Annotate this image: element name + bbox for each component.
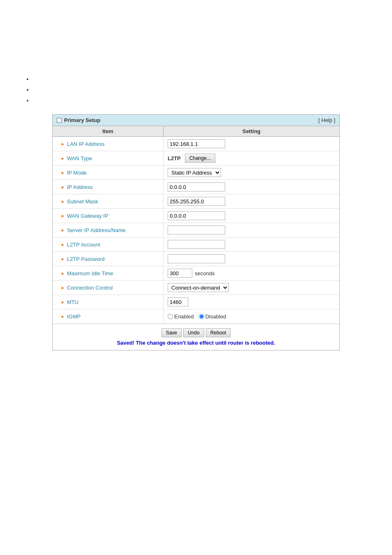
panel-title-text: Primary Setup	[64, 117, 100, 123]
save-button[interactable]: Save	[161, 328, 182, 337]
input-max-idle[interactable]	[168, 269, 192, 278]
label-wan-gateway: ► WAN Gateway IP	[53, 209, 164, 223]
panel-header: Primary Setup [ Help ]	[53, 115, 339, 126]
igmp-disabled-label[interactable]: Disabled	[199, 313, 226, 320]
igmp-disabled-radio[interactable]	[199, 314, 204, 319]
arrow-ip-mode: ►	[61, 170, 65, 175]
label-mtu-text: MTU	[67, 299, 78, 305]
label-igmp: ► IGMP	[53, 309, 164, 323]
panel-icon	[57, 118, 62, 123]
footer: Save Undo Reboot Saved! The change doesn…	[53, 324, 339, 350]
undo-button[interactable]: Undo	[183, 328, 204, 337]
arrow-max-idle: ►	[61, 271, 65, 276]
value-server-ip	[164, 223, 339, 237]
row-wan-gateway: ► WAN Gateway IP	[53, 209, 339, 223]
label-l2tp-password-text: L2TP Password	[67, 256, 105, 262]
arrow-connection-control: ►	[61, 286, 65, 290]
label-server-ip: ► Server IP Address/Name	[53, 223, 164, 237]
value-wan-type: L2TP Change...	[164, 152, 339, 165]
arrow-subnet-mask: ►	[61, 199, 65, 204]
row-l2tp-password: ► L2TP Password	[53, 252, 339, 266]
label-subnet-mask: ► Subnet Mask	[53, 194, 164, 208]
row-wan-type: ► WAN Type L2TP Change...	[53, 151, 339, 166]
igmp-enabled-radio[interactable]	[168, 314, 173, 319]
label-lan-ip-text: LAN IP Address	[67, 141, 105, 147]
row-igmp: ► IGMP Enabled Disabled	[53, 309, 339, 324]
input-mtu[interactable]	[168, 297, 188, 306]
arrow-l2tp-account: ►	[61, 242, 65, 247]
label-wan-gateway-text: WAN Gateway IP	[67, 213, 108, 219]
row-l2tp-account: ► L2TP Account	[53, 237, 339, 252]
saved-message: Saved! The change doesn't take effect un…	[57, 340, 335, 346]
row-mtu: ► MTU	[53, 295, 339, 309]
label-l2tp-password: ► L2TP Password	[53, 252, 164, 266]
label-connection-control: ► Connection Control	[53, 281, 164, 295]
col-header-item: Item	[53, 126, 164, 136]
footer-buttons: Save Undo Reboot	[57, 328, 335, 337]
igmp-radio-group: Enabled Disabled	[168, 313, 226, 320]
col-header-setting: Setting	[164, 126, 339, 136]
value-connection-control: Connect-on-demand Keep-Alive Manual	[164, 281, 339, 294]
arrow-wan-type: ►	[61, 156, 65, 161]
select-ip-mode[interactable]: Static IP Address DHCP PPPoE	[168, 168, 221, 177]
label-l2tp-account-text: L2TP Account	[67, 242, 100, 248]
bullet-item-3	[33, 95, 384, 106]
value-subnet-mask	[164, 195, 339, 208]
input-lan-ip[interactable]	[168, 139, 225, 148]
input-l2tp-password[interactable]	[168, 254, 225, 263]
label-subnet-mask-text: Subnet Mask	[67, 198, 98, 205]
igmp-enabled-label[interactable]: Enabled	[168, 313, 194, 320]
igmp-enabled-text: Enabled	[174, 313, 194, 320]
change-button[interactable]: Change...	[185, 154, 215, 163]
arrow-server-ip: ►	[61, 228, 65, 233]
help-link[interactable]: [ Help ]	[318, 117, 335, 123]
label-server-ip-text: Server IP Address/Name	[67, 227, 126, 233]
label-connection-control-text: Connection Control	[67, 285, 113, 291]
row-lan-ip: ► LAN IP Address	[53, 137, 339, 151]
label-max-idle: ► Maximum Idle Time	[53, 266, 164, 280]
label-ip-address: ► IP Address	[53, 180, 164, 194]
row-subnet-mask: ► Subnet Mask	[53, 194, 339, 209]
value-l2tp-password	[164, 252, 339, 265]
value-igmp: Enabled Disabled	[164, 311, 339, 322]
value-mtu	[164, 295, 339, 309]
value-ip-mode: Static IP Address DHCP PPPoE	[164, 166, 339, 179]
value-wan-gateway	[164, 209, 339, 222]
value-l2tp-account	[164, 238, 339, 251]
row-connection-control: ► Connection Control Connect-on-demand K…	[53, 281, 339, 295]
input-ip-address[interactable]	[168, 182, 225, 191]
value-max-idle: seconds	[164, 267, 339, 280]
igmp-disabled-text: Disabled	[205, 313, 226, 320]
input-wan-gateway[interactable]	[168, 211, 225, 220]
label-mtu: ► MTU	[53, 295, 164, 309]
bullet-list	[33, 74, 384, 106]
row-server-ip: ► Server IP Address/Name	[53, 223, 339, 237]
arrow-l2tp-password: ►	[61, 257, 65, 261]
arrow-lan-ip: ►	[61, 142, 65, 146]
label-wan-type-text: WAN Type	[67, 155, 92, 161]
arrow-wan-gateway: ►	[61, 214, 65, 218]
table-header: Item Setting	[53, 126, 339, 137]
input-server-ip[interactable]	[168, 226, 225, 235]
select-connection-control[interactable]: Connect-on-demand Keep-Alive Manual	[168, 283, 229, 292]
row-ip-address: ► IP Address	[53, 180, 339, 194]
row-max-idle: ► Maximum Idle Time seconds	[53, 266, 339, 281]
label-lan-ip: ► LAN IP Address	[53, 137, 164, 151]
label-ip-mode: ► IP Mode	[53, 166, 164, 180]
arrow-ip-address: ►	[61, 185, 65, 189]
arrow-igmp: ►	[61, 314, 65, 319]
label-igmp-text: IGMP	[67, 313, 81, 320]
label-max-idle-text: Maximum Idle Time	[67, 270, 113, 276]
label-l2tp-account: ► L2TP Account	[53, 237, 164, 251]
reboot-button[interactable]: Reboot	[206, 328, 231, 337]
arrow-mtu: ►	[61, 300, 65, 304]
row-ip-mode: ► IP Mode Static IP Address DHCP PPPoE	[53, 166, 339, 180]
primary-setup-panel: Primary Setup [ Help ] Item Setting ► LA…	[52, 114, 340, 350]
input-subnet-mask[interactable]	[168, 197, 225, 206]
idle-suffix: seconds	[195, 270, 214, 276]
label-ip-mode-text: IP Mode	[67, 170, 87, 176]
bullet-item-2	[33, 85, 384, 95]
value-ip-address	[164, 180, 339, 193]
value-lan-ip	[164, 137, 339, 150]
input-l2tp-account[interactable]	[168, 240, 225, 249]
